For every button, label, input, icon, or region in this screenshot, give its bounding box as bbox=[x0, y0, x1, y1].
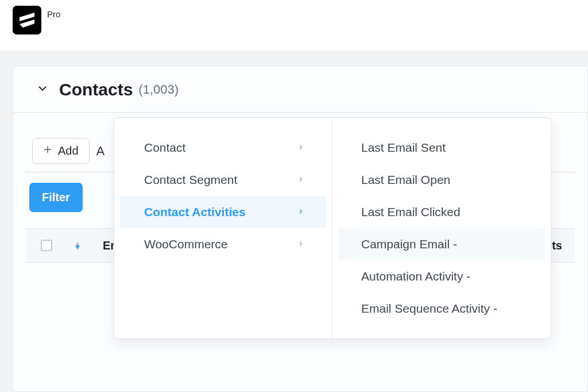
dropdown-option-last-email-open[interactable]: Last Email Open bbox=[338, 164, 545, 196]
contacts-count: (1,003) bbox=[138, 82, 179, 97]
dropdown-category-contact[interactable]: Contact bbox=[120, 132, 326, 164]
dropdown-item-label: Contact Activities bbox=[144, 205, 246, 219]
dropdown-option-last-email-sent[interactable]: Last Email Sent bbox=[338, 132, 545, 164]
add-button[interactable]: Add bbox=[32, 138, 90, 164]
dropdown-item-label: WooCommerce bbox=[144, 237, 227, 251]
plus-icon bbox=[43, 145, 52, 157]
dropdown-options-column: Last Email Sent Last Email Open Last Ema… bbox=[332, 118, 551, 339]
select-all-checkbox[interactable] bbox=[41, 240, 52, 251]
row-tail-text: A bbox=[96, 144, 105, 159]
table-header-left: ▲ ▼ En bbox=[38, 239, 117, 252]
app-logo bbox=[13, 6, 41, 34]
chevron-right-icon bbox=[297, 207, 304, 217]
dropdown-option-automation-activity[interactable]: Automation Activity - bbox=[338, 260, 545, 293]
dropdown-option-email-sequence-activity[interactable]: Email Sequence Activity - bbox=[338, 293, 545, 325]
logo-icon bbox=[17, 10, 37, 30]
sort-icon[interactable]: ▲ ▼ bbox=[74, 242, 81, 249]
dropdown-categories-column: Contact Contact Segment Contact Activiti… bbox=[114, 118, 332, 339]
pro-badge: Pro bbox=[47, 9, 60, 19]
dropdown-category-contact-segment[interactable]: Contact Segment bbox=[120, 164, 326, 196]
chevron-down-icon[interactable] bbox=[36, 82, 49, 97]
dropdown-category-contact-activities[interactable]: Contact Activities bbox=[120, 196, 326, 228]
content-area: Contacts (1,003) Add A Filter bbox=[0, 51, 588, 392]
dropdown-item-label: Contact bbox=[144, 141, 185, 155]
filter-button[interactable]: Filter bbox=[29, 183, 83, 212]
add-button-label: Add bbox=[58, 144, 79, 157]
chevron-right-icon bbox=[297, 175, 304, 185]
dropdown-item-label: Contact Segment bbox=[144, 173, 237, 187]
page-title: Contacts bbox=[59, 80, 133, 99]
chevron-right-icon bbox=[297, 239, 304, 249]
dropdown-option-campaign-email[interactable]: Campaign Email - bbox=[338, 228, 545, 260]
dropdown-option-last-email-clicked[interactable]: Last Email Clicked bbox=[338, 196, 545, 228]
panel-header: Contacts (1,003) bbox=[13, 66, 587, 113]
chevron-right-icon bbox=[297, 143, 304, 153]
filter-category-dropdown: Contact Contact Segment Contact Activiti… bbox=[114, 117, 551, 339]
dropdown-category-woocommerce[interactable]: WooCommerce bbox=[120, 228, 326, 260]
app-header: Pro bbox=[0, 0, 588, 51]
